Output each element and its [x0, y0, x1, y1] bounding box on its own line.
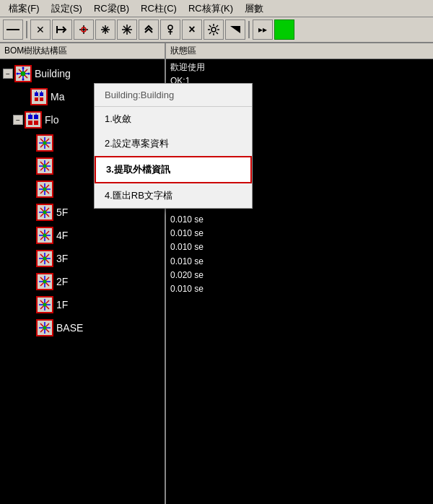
tree-row-4f[interactable]: 4F: [0, 224, 165, 247]
toolbar-btn-5[interactable]: [139, 19, 159, 40]
menu-rc-col[interactable]: RC柱(C): [135, 1, 183, 17]
5f-icon: [36, 204, 53, 221]
svg-marker-24: [230, 26, 240, 33]
menu-rc-beam[interactable]: RC梁(B): [88, 1, 135, 17]
tree-row-2f[interactable]: 2F: [0, 270, 165, 293]
status-line-0: 歡迎使用: [170, 61, 429, 74]
building-icon: [14, 65, 32, 82]
base-icon: [36, 319, 53, 336]
context-menu-item-2[interactable]: 2.設定專案資料: [95, 131, 252, 156]
svg-rect-42: [34, 115, 38, 119]
toolbar-btn-4[interactable]: [117, 19, 137, 40]
tree-row-1f[interactable]: 1F: [0, 293, 165, 316]
svg-point-66: [43, 211, 47, 214]
1f-icon: [36, 296, 53, 313]
2f-label: 2F: [56, 276, 68, 287]
toolbar-btn-cross2[interactable]: [74, 19, 94, 40]
flo-icon: [25, 111, 42, 129]
svg-rect-0: [6, 29, 19, 30]
ma-icon: [30, 88, 48, 105]
toolbar-btn-cross1[interactable]: ✕: [30, 19, 51, 40]
svg-point-61: [43, 188, 47, 191]
svg-line-21: [216, 32, 219, 35]
toolbar-sep-2: [248, 21, 250, 38]
toolbar-btn-1[interactable]: [3, 19, 23, 40]
svg-point-30: [22, 67, 25, 69]
1f-label: 1F: [56, 299, 68, 310]
menu-bar: 檔案(F) 設定(S) RC梁(B) RC柱(C) RC核算(K) 層數: [0, 0, 433, 17]
svg-line-20: [209, 25, 211, 27]
expand-building[interactable]: −: [3, 69, 13, 79]
status-line-16: 0.010 se: [170, 282, 429, 296]
svg-rect-43: [28, 121, 32, 125]
toolbar-btn-green[interactable]: [274, 19, 294, 40]
2f-icon: [36, 273, 53, 290]
ma-label: Ma: [51, 91, 64, 103]
context-menu-item-3[interactable]: 3.提取外檔資訊: [95, 156, 252, 183]
svg-point-71: [43, 234, 47, 238]
svg-point-31: [22, 79, 25, 81]
left-panel-title: BOM樹狀結構區: [4, 45, 67, 57]
svg-point-86: [43, 303, 47, 307]
node3-icon: [36, 181, 53, 198]
toolbar-btn-sun[interactable]: [204, 19, 224, 40]
toolbar-btn-pin[interactable]: [160, 19, 180, 40]
toolbar-btn-arrow1[interactable]: [52, 19, 72, 40]
svg-point-33: [28, 73, 30, 75]
left-panel-header: BOM樹狀結構區: [0, 43, 165, 59]
status-line-12: 0.010 se: [170, 227, 429, 240]
tree-row-building[interactable]: − Building: [0, 62, 165, 85]
svg-point-56: [43, 165, 47, 168]
svg-rect-37: [40, 97, 43, 101]
svg-rect-34: [35, 92, 38, 96]
context-menu: Building:Building 1.收斂 2.設定專案資料 3.提取外檔資訊…: [94, 83, 253, 209]
svg-rect-41: [28, 115, 32, 119]
svg-point-76: [43, 257, 47, 261]
toolbar-sep-1: [26, 21, 27, 38]
context-menu-item-4[interactable]: 4.匯出RB文字檔: [95, 183, 252, 208]
5f-label: 5F: [56, 207, 68, 218]
3f-label: 3F: [56, 253, 68, 264]
toolbar-btn-tri[interactable]: [225, 19, 245, 40]
node2-icon: [36, 157, 53, 175]
svg-point-51: [43, 142, 47, 145]
status-line-14: 0.010 se: [170, 255, 429, 269]
toolbar: ✕: [0, 17, 433, 43]
svg-rect-35: [40, 92, 43, 96]
menu-file[interactable]: 檔案(F): [3, 1, 45, 17]
status-line-11: 0.010 se: [170, 213, 429, 227]
left-panel: BOM樹狀結構區 −: [0, 43, 166, 504]
context-menu-item-1[interactable]: 1.收斂: [95, 107, 252, 131]
4f-label: 4F: [56, 230, 68, 241]
svg-point-12: [168, 25, 172, 30]
tree-row-base[interactable]: BASE: [0, 316, 165, 339]
base-label: BASE: [56, 322, 83, 334]
building-label: Building: [35, 68, 71, 79]
4f-icon: [36, 227, 53, 244]
menu-settings[interactable]: 設定(S): [45, 1, 88, 17]
svg-point-29: [21, 71, 25, 76]
svg-point-91: [43, 326, 47, 330]
svg-point-32: [17, 73, 19, 75]
context-menu-title: Building:Building: [95, 84, 252, 107]
right-panel-title: 狀態區: [170, 45, 196, 57]
flo-label: Flo: [45, 114, 58, 126]
3f-icon: [36, 250, 53, 267]
tree-row-3f[interactable]: 3F: [0, 247, 165, 270]
svg-rect-44: [34, 121, 38, 125]
toolbar-btn-more[interactable]: ▸▸: [253, 19, 273, 40]
expand-flo[interactable]: −: [13, 115, 23, 125]
svg-line-22: [216, 25, 219, 27]
menu-rc-calc[interactable]: RC核算(K): [183, 1, 239, 17]
svg-rect-36: [35, 97, 38, 101]
svg-point-81: [43, 280, 47, 284]
svg-line-23: [209, 32, 211, 35]
status-line-13: 0.010 se: [170, 240, 429, 254]
main-area: BOM樹狀結構區 −: [0, 43, 433, 504]
right-panel-header: 狀態區: [166, 43, 433, 59]
node1-icon: [36, 134, 53, 152]
menu-floors[interactable]: 層數: [239, 1, 269, 17]
toolbar-btn-x[interactable]: ×: [182, 19, 202, 40]
toolbar-btn-3[interactable]: [95, 19, 115, 40]
status-line-15: 0.020 se: [170, 269, 429, 282]
